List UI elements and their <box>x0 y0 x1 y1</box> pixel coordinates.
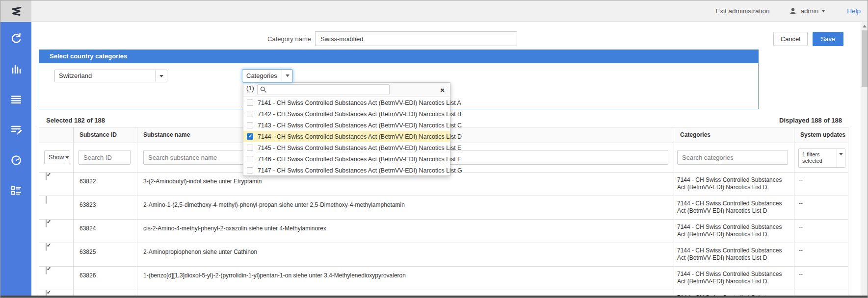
category-option-label: 7145 - CH Swiss Controlled Substances Ac… <box>258 145 461 151</box>
dropdown-header: × <box>243 83 450 97</box>
categories-dropdown-button[interactable]: Categories (1) <box>242 69 293 82</box>
table-row: 63825 2-Aminopropiophenon siehe unter Ca… <box>39 243 848 267</box>
list-edit-icon[interactable] <box>9 123 23 137</box>
row-checkbox[interactable] <box>46 196 47 204</box>
category-name-label: Category name <box>224 35 311 43</box>
username-label: admin <box>800 7 818 15</box>
user-icon <box>789 7 797 15</box>
help-link[interactable]: Help <box>847 7 861 15</box>
category-option-checkbox[interactable] <box>247 111 253 117</box>
row-checkbox[interactable] <box>46 267 47 274</box>
category-name-input[interactable] <box>315 31 517 46</box>
category-option-label: 7143 - CH Swiss Controlled Substances Ac… <box>258 122 462 129</box>
window-bottom-edge <box>0 296 868 298</box>
selected-count: Selected 182 of 188 <box>46 117 105 124</box>
table-body: 63822 3-(2-Aminobutyl)-indol siehe unter… <box>39 173 848 298</box>
category-option-label: 7146 - CH Swiss Controlled Substances Ac… <box>258 156 461 163</box>
categories-header: Categories <box>674 127 794 143</box>
table-row: 63824 cis-2-Amino-4-methyl-phenyl-2-oxaz… <box>39 220 848 243</box>
system-updates-filter[interactable]: 1 filters selected <box>798 149 845 168</box>
show-filter-label: Show <box>45 151 64 164</box>
grid-list-icon[interactable] <box>9 184 23 198</box>
category-option-checkbox[interactable] <box>247 133 253 140</box>
category-option-checkbox[interactable] <box>247 156 253 162</box>
categories-dropdown-panel: × 7141 - CH Swiss Controlled Substances … <box>243 82 450 176</box>
substance-id-cell: 63822 <box>74 173 137 196</box>
category-option[interactable]: 7147 - CH Swiss Controlled Substances Ac… <box>243 165 450 176</box>
system-updates-cell: -- <box>794 173 849 196</box>
categories-cell: 7144 - CH Swiss Controlled Substances Ac… <box>674 243 794 266</box>
table-row: 63826 1-(benzo[d][1,3]dioxol-5-yl)-2-(py… <box>39 267 848 290</box>
search-icon <box>260 86 266 93</box>
category-option[interactable]: 7142 - CH Swiss Controlled Substances Ac… <box>243 108 450 120</box>
chevron-down-icon <box>64 151 70 164</box>
clock-icon[interactable] <box>9 153 23 167</box>
logo-icon <box>9 4 23 18</box>
show-filter-button[interactable]: Show <box>44 150 70 164</box>
category-option-label: 7144 - CH Swiss Controlled Substances Ac… <box>258 133 462 140</box>
sidebar-nav <box>0 22 31 298</box>
bar-chart-icon[interactable] <box>9 62 23 76</box>
search-categories-input[interactable] <box>677 150 788 165</box>
system-updates-filter-label: 1 filters selected <box>799 149 837 167</box>
checkbox-column-header <box>39 127 74 143</box>
category-search-input[interactable] <box>257 84 390 95</box>
list-icon[interactable] <box>9 93 23 106</box>
scroll-up-arrow[interactable] <box>861 22 868 30</box>
category-option-checkbox[interactable] <box>247 99 253 106</box>
scrollbar-thumb[interactable] <box>862 30 868 87</box>
substance-name-cell: 2-Amino-1-(2,5-dimethoxy-4-methyl)-pheny… <box>137 196 674 219</box>
substance-name-cell: 2-Aminopropiophenon siehe unter Cathinon <box>137 243 674 266</box>
row-checkbox[interactable] <box>46 220 47 227</box>
category-option-label: 7142 - CH Swiss Controlled Substances Ac… <box>258 111 461 118</box>
system-updates-cell: -- <box>794 243 849 266</box>
category-option[interactable]: 7144 - CH Swiss Controlled Substances Ac… <box>243 131 450 142</box>
close-icon[interactable]: × <box>440 86 445 94</box>
displayed-count: Displayed 188 of 188 <box>779 117 842 124</box>
categories-cell: 7144 - CH Swiss Controlled Substances Ac… <box>674 267 794 290</box>
substance-id-cell: 63826 <box>74 267 137 290</box>
category-option[interactable]: 7145 - CH Swiss Controlled Substances Ac… <box>243 142 450 153</box>
vertical-scrollbar[interactable] <box>861 22 868 298</box>
system-updates-header: System updates <box>794 127 849 143</box>
category-option-checkbox[interactable] <box>247 167 253 174</box>
chevron-down-icon <box>821 10 825 12</box>
table-row: 63823 2-Amino-1-(2,5-dimethoxy-4-methyl)… <box>39 196 848 220</box>
substance-name-cell: cis-2-Amino-4-methyl-phenyl-2-oxazolin s… <box>137 220 674 243</box>
cancel-button[interactable]: Cancel <box>773 32 808 46</box>
app-logo[interactable] <box>0 0 31 22</box>
system-updates-cell: -- <box>794 220 849 243</box>
categories-cell: 7144 - CH Swiss Controlled Substances Ac… <box>674 173 794 196</box>
chevron-down-icon <box>282 70 292 82</box>
save-button[interactable]: Save <box>813 32 843 46</box>
categories-cell: 7144 - CH Swiss Controlled Substances Ac… <box>674 220 794 243</box>
category-option-label: 7141 - CH Swiss Controlled Substances Ac… <box>258 99 461 106</box>
categories-cell: 7144 - CH Swiss Controlled Substances Ac… <box>674 196 794 219</box>
substance-name-cell: 1-(benzo[d][1,3]dioxol-5-yl)-2-(pyrrolid… <box>137 267 674 290</box>
system-updates-cell: -- <box>794 267 849 290</box>
category-option[interactable]: 7146 - CH Swiss Controlled Substances Ac… <box>243 153 450 165</box>
substance-id-header: Substance ID <box>74 127 137 143</box>
category-option-checkbox[interactable] <box>247 145 253 151</box>
category-option-list: 7141 - CH Swiss Controlled Substances Ac… <box>243 97 450 176</box>
country-select[interactable]: Switzerland <box>54 70 167 82</box>
category-option-checkbox[interactable] <box>247 122 253 128</box>
app-window: Exit administration admin Help <box>0 0 868 298</box>
exit-administration-link[interactable]: Exit administration <box>715 7 769 15</box>
section-title: Select country categories <box>39 50 759 63</box>
refresh-icon[interactable] <box>9 32 23 46</box>
category-option[interactable]: 7141 - CH Swiss Controlled Substances Ac… <box>243 97 450 108</box>
search-id-input[interactable] <box>79 150 131 165</box>
category-option[interactable]: 7143 - CH Swiss Controlled Substances Ac… <box>243 120 450 131</box>
user-menu[interactable]: admin <box>789 7 825 15</box>
chevron-down-icon <box>155 70 167 82</box>
category-option-label: 7147 - CH Swiss Controlled Substances Ac… <box>258 167 462 174</box>
country-select-value: Switzerland <box>55 70 155 82</box>
system-updates-cell: -- <box>794 196 849 219</box>
chevron-down-icon <box>837 149 845 167</box>
substance-id-cell: 63824 <box>74 220 137 243</box>
row-checkbox[interactable] <box>46 173 47 180</box>
row-checkbox[interactable] <box>46 243 47 251</box>
top-bar: Exit administration admin Help <box>0 0 868 22</box>
categories-button-label: Categories (1) <box>242 70 282 82</box>
